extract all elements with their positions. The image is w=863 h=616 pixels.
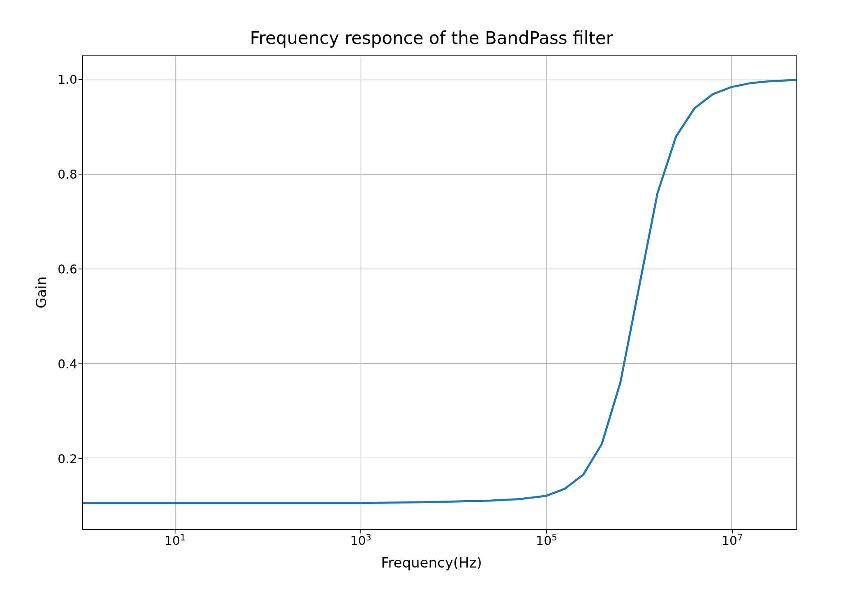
x-tick-label: 101 — [164, 533, 186, 548]
x-tick-label: 103 — [350, 533, 372, 548]
grid-horizontal — [83, 80, 796, 458]
x-tick-label: 107 — [722, 533, 743, 548]
y-tick-label: 0.8 — [36, 167, 77, 181]
chart-svg — [83, 56, 796, 529]
y-tick-label: 0.2 — [36, 451, 77, 466]
x-tick-label: 105 — [536, 533, 557, 548]
y-tick-label: 0.6 — [36, 262, 77, 276]
chart-title: Frequency responce of the BandPass filte… — [0, 28, 863, 48]
y-tick-label: 1.0 — [36, 72, 77, 86]
plot-area — [82, 55, 797, 530]
y-axis-label: Gain — [33, 276, 49, 308]
gain-curve — [83, 80, 796, 503]
y-tick-label: 0.4 — [36, 356, 77, 371]
x-axis-label: Frequency(Hz) — [0, 554, 863, 571]
